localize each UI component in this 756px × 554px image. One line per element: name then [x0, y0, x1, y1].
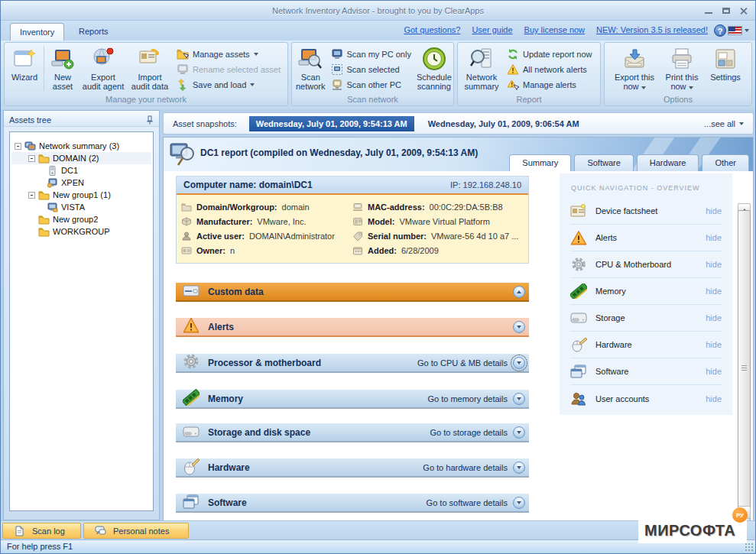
hide-link[interactable]: hide [706, 340, 722, 349]
maximize-button[interactable] [721, 6, 732, 15]
tree-item-xpen[interactable]: XPEN [11, 177, 151, 189]
tree-item-label: DC1 [61, 166, 78, 175]
fact-label: Serial number: [368, 232, 427, 241]
see-all-button[interactable]: ...see all [704, 119, 744, 128]
tab-other[interactable]: Other [702, 154, 749, 171]
all-network-alerts-button[interactable]: All network alerts [505, 63, 595, 76]
export-this-now-button[interactable]: Export this now [612, 44, 657, 92]
section-software[interactable]: Software Go to software details [176, 494, 529, 513]
manage-alerts-button[interactable]: Manage alerts [505, 78, 595, 91]
tab-reports[interactable]: Reports [70, 23, 118, 40]
quick-nav-cpu-motherboard[interactable]: CPU & Motherboard hide [570, 251, 722, 278]
snapshot-selected[interactable]: Wednesday, July 01, 2009, 9:54:13 AM [249, 116, 414, 131]
quick-nav-software[interactable]: Software hide [570, 358, 722, 385]
section-title: Storage and disk space [208, 427, 310, 438]
quick-nav-memory[interactable]: Memory hide [570, 278, 722, 305]
rename-selected-asset-button[interactable]: Rename selected asset [174, 63, 283, 76]
personal-notes-button[interactable]: Personal notes [83, 523, 189, 539]
print-this-now-button[interactable]: Print this now [661, 44, 702, 92]
expand-section-button[interactable] [513, 462, 525, 474]
go-to-cpu-details-link[interactable]: Go to CPU & MB details [417, 358, 508, 368]
collapse-expander-icon[interactable] [28, 155, 35, 162]
scan-selected-button[interactable]: Scan selected [329, 63, 414, 76]
gear-icon [183, 352, 200, 371]
section-custom-data[interactable]: Custom data [176, 283, 529, 302]
expand-section-button[interactable] [513, 497, 525, 509]
go-to-software-details-link[interactable]: Go to software details [427, 498, 508, 507]
vertical-scrollbar[interactable] [738, 203, 751, 519]
warning-triangle-icon [507, 63, 519, 76]
hide-link[interactable]: hide [706, 233, 722, 242]
settings-button[interactable]: Settings [707, 44, 744, 92]
scan-other-pc-button[interactable]: Scan other PC [329, 78, 414, 91]
expand-section-button[interactable] [513, 426, 525, 439]
folder-icon [38, 154, 50, 164]
help-icon[interactable]: ? [714, 24, 726, 37]
scan-my-pc-label: Scan my PC only [347, 50, 411, 59]
collapse-section-button[interactable] [513, 286, 525, 298]
fact-value: n [230, 246, 235, 255]
quick-nav-alerts[interactable]: Alerts hide [570, 225, 722, 251]
go-to-memory-details-link[interactable]: Go to memory details [427, 394, 508, 403]
hide-link[interactable]: hide [706, 367, 722, 376]
minimize-button[interactable] [703, 6, 714, 15]
collapse-expander-icon[interactable] [28, 192, 35, 199]
snapshot-other[interactable]: Wednesday, July 01, 2009, 9:06:54 AM [428, 119, 579, 128]
import-audit-data-button[interactable]: Import audit data [127, 44, 173, 92]
section-processor-motherboard[interactable]: Processor & motherboard Go to CPU & MB d… [176, 354, 529, 373]
tree-item-workgroup[interactable]: WORKGROUP [11, 225, 151, 238]
network-summary-button[interactable]: Network summary [460, 44, 503, 92]
resize-grip[interactable] [745, 543, 754, 552]
tree-item-domain[interactable]: DOMAIN (2) [11, 152, 151, 164]
expand-section-button[interactable] [513, 357, 525, 369]
update-report-button[interactable]: Update report now [505, 47, 595, 60]
new-asset-button[interactable]: New asset [46, 44, 79, 92]
pin-icon[interactable] [145, 115, 154, 125]
got-questions-link[interactable]: Got questions? [404, 25, 460, 34]
scan-network-button[interactable]: Scan network [294, 44, 327, 92]
tab-summary[interactable]: Summary [509, 154, 571, 171]
quick-nav-user-accounts[interactable]: User accounts hide [570, 385, 722, 412]
tab-hardware[interactable]: Hardware [637, 154, 699, 171]
hide-link[interactable]: hide [706, 313, 722, 322]
scan-my-pc-button[interactable]: Scan my PC only [329, 47, 414, 60]
hide-link[interactable]: hide [706, 394, 722, 403]
scan-other-pc-label: Scan other PC [347, 80, 402, 89]
chevron-down-icon [517, 466, 521, 469]
user-guide-link[interactable]: User guide [472, 25, 512, 34]
tree-item-new-group2[interactable]: New group2 [11, 213, 151, 225]
tab-software[interactable]: Software [574, 154, 633, 171]
tree-item-new-group1[interactable]: New group1 (1) [11, 189, 151, 201]
wizard-button[interactable]: Wizard [7, 44, 42, 92]
tab-inventory[interactable]: Inventory [10, 23, 64, 40]
section-alerts[interactable]: Alerts [176, 318, 529, 337]
section-storage[interactable]: Storage and disk space Go to storage det… [176, 423, 529, 442]
expand-section-button[interactable] [513, 393, 525, 405]
export-audit-agent-button[interactable]: Export audit agent [79, 44, 127, 92]
quick-nav-storage[interactable]: Storage hide [570, 305, 722, 332]
go-to-storage-details-link[interactable]: Go to storage details [430, 428, 508, 437]
go-to-hardware-details-link[interactable]: Go to hardware details [423, 463, 508, 472]
close-button[interactable] [738, 6, 749, 15]
expand-section-button[interactable] [513, 321, 525, 333]
tree-item-network-summary[interactable]: Network summary (3) [11, 140, 151, 152]
section-memory[interactable]: Memory Go to memory details [176, 390, 529, 409]
hide-link[interactable]: hide [706, 206, 722, 215]
new-version-link[interactable]: NEW: Version 3.5 is released! [596, 25, 708, 34]
collapse-expander-icon[interactable] [15, 143, 21, 150]
hide-link[interactable]: hide [706, 260, 722, 269]
scan-selected-icon [331, 63, 343, 76]
language-selector[interactable] [728, 26, 749, 35]
scan-log-button[interactable]: Scan log [2, 523, 81, 539]
schedule-scanning-button[interactable]: Schedule scanning [415, 44, 453, 92]
quick-nav-device-factsheet[interactable]: Device factsheet hide [570, 198, 722, 225]
tree-item-vista[interactable]: VISTA [11, 201, 151, 213]
buy-license-link[interactable]: Buy license now [524, 25, 586, 34]
section-hardware[interactable]: Hardware Go to hardware details [176, 458, 529, 478]
hide-link[interactable]: hide [706, 287, 722, 296]
scrollbar-thumb[interactable] [738, 210, 751, 525]
manage-assets-button[interactable]: Manage assets [174, 47, 283, 60]
save-and-load-button[interactable]: Save and load [174, 78, 283, 91]
quick-nav-hardware[interactable]: Hardware hide [570, 332, 722, 358]
tree-item-dc1[interactable]: DC1 [11, 164, 151, 177]
